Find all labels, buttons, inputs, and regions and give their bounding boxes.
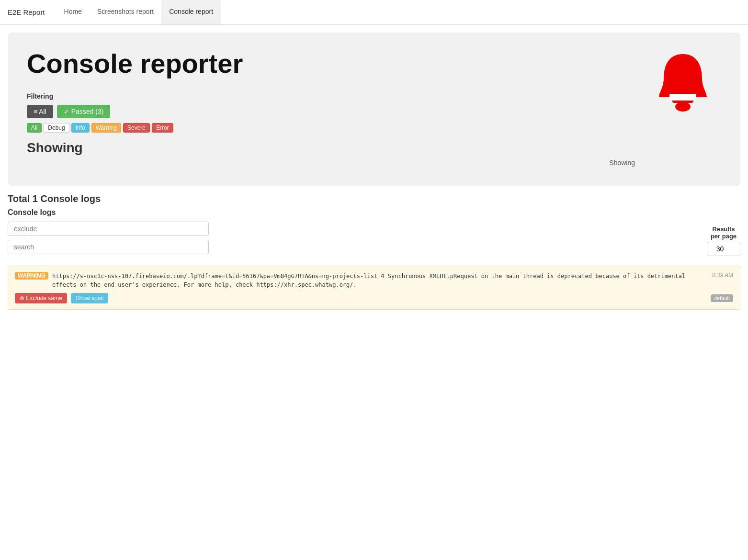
brand: E2E Report [8, 8, 45, 16]
filtering-label: Filtering [27, 92, 721, 100]
tab-console[interactable]: Console report [161, 0, 221, 24]
exclude-input[interactable] [8, 222, 209, 236]
search-input[interactable] [8, 240, 209, 254]
log-time: 8:39 AM [712, 272, 733, 279]
navbar: E2E Report Home Screenshots report Conso… [0, 0, 748, 25]
filter-inputs [8, 222, 209, 254]
filter-row: ≡ All ✓ Passed (3) [27, 105, 721, 118]
default-badge: default [711, 294, 733, 302]
all-filter-button[interactable]: ≡ All [27, 105, 53, 118]
main-content: Total 1 Console logs Console logs Result… [0, 193, 748, 325]
rpp-label: Resultsper page [707, 225, 740, 240]
results-per-page: Resultsper page [707, 225, 740, 256]
level-severe-button[interactable]: Severe [123, 123, 150, 133]
showing-text: Showing [27, 140, 721, 156]
section-title: Console logs [8, 208, 740, 217]
log-message: https://s-usc1c-nss-107.firebaseio.com/.… [52, 272, 708, 289]
level-warning-button[interactable]: Warning [91, 123, 121, 133]
inputs-row: Resultsper page [8, 222, 740, 256]
show-spec-button[interactable]: Show spec [71, 293, 109, 303]
level-all-button[interactable]: All [27, 123, 42, 133]
log-entry-header: WARNING https://s-usc1c-nss-107.firebase… [15, 272, 733, 289]
level-info-button[interactable]: Info [71, 123, 90, 133]
svg-point-1 [675, 102, 691, 112]
exclude-same-button[interactable]: ⊗ Exclude same [15, 293, 67, 303]
svg-rect-2 [669, 94, 696, 101]
total-title: Total 1 Console logs [8, 193, 740, 204]
nav-tabs: Home Screenshots report Console report [57, 0, 221, 24]
tab-screenshots[interactable]: Screenshots report [90, 0, 161, 24]
log-entry: WARNING https://s-usc1c-nss-107.firebase… [8, 266, 740, 310]
level-debug-button[interactable]: Debug [44, 123, 69, 133]
rpp-input[interactable] [707, 242, 740, 256]
showing-label-tr: Showing [609, 159, 635, 167]
tab-home[interactable]: Home [57, 0, 90, 24]
hero-title: Console reporter [27, 48, 721, 79]
log-actions: ⊗ Exclude same Show spec default [15, 293, 733, 303]
log-level-filters: All Debug Info Warning Severe Error [27, 123, 721, 133]
level-error-button[interactable]: Error [152, 123, 173, 133]
passed-filter-button[interactable]: ✓ Passed (3) [57, 105, 111, 118]
log-level-badge: WARNING [15, 272, 48, 280]
bell-icon [654, 52, 712, 115]
hero-panel: Console reporter Filtering ≡ All ✓ Passe… [8, 33, 740, 186]
